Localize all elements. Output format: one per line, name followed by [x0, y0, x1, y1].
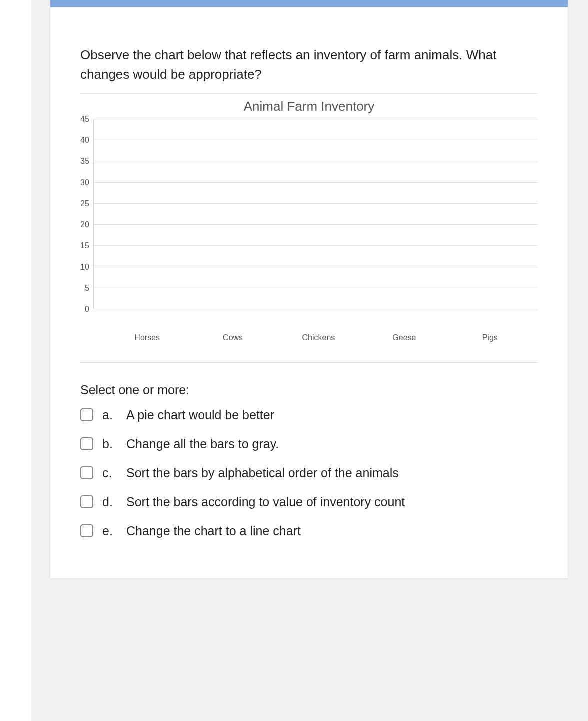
- gridline: [94, 119, 538, 119]
- option-letter: d.: [102, 495, 117, 509]
- checkbox[interactable]: [80, 524, 93, 537]
- divider: [80, 362, 538, 363]
- option-text: Sort the bars according to value of inve…: [126, 495, 405, 509]
- x-label: Geese: [370, 333, 438, 342]
- x-label: Pigs: [456, 333, 524, 342]
- gridline: [94, 224, 538, 225]
- checkbox[interactable]: [80, 495, 93, 508]
- x-label: Chickens: [284, 333, 353, 342]
- gridline: [94, 245, 538, 246]
- bars-group: [94, 119, 538, 309]
- option-c[interactable]: c.Sort the bars by alphabetical order of…: [80, 464, 538, 480]
- gridline: [94, 288, 538, 288]
- option-text: Change all the bars to gray.: [126, 437, 279, 451]
- option-text: Change the chart to a line chart: [126, 524, 301, 538]
- gridline: [94, 203, 538, 204]
- options-list: a.A pie chart would be betterb.Change al…: [80, 406, 538, 538]
- option-text: Sort the bars by alphabetical order of t…: [126, 466, 399, 480]
- option-letter: c.: [102, 466, 117, 480]
- page-left-gutter: [0, 0, 31, 721]
- accent-stripe: [50, 0, 568, 7]
- option-letter: b.: [102, 437, 117, 451]
- option-a[interactable]: a.A pie chart would be better: [80, 406, 538, 422]
- plot-area: [93, 119, 538, 309]
- option-letter: a.: [102, 408, 117, 422]
- gridline: [94, 267, 538, 267]
- option-e[interactable]: e.Change the chart to a line chart: [80, 522, 538, 538]
- question-text: Observe the chart below that reflects an…: [80, 45, 538, 84]
- gridline: [94, 161, 538, 161]
- option-b[interactable]: b.Change all the bars to gray.: [80, 435, 538, 451]
- x-axis: HorsesCowsChickensGeesePigs: [80, 329, 538, 342]
- gridline: [94, 182, 538, 183]
- y-axis: 454035302520151050: [80, 119, 93, 309]
- option-text: A pie chart would be better: [126, 408, 274, 422]
- checkbox[interactable]: [80, 466, 93, 479]
- gridline: [94, 140, 538, 140]
- checkbox[interactable]: [80, 408, 93, 421]
- select-prompt: Select one or more:: [80, 383, 538, 397]
- option-letter: e.: [102, 524, 117, 538]
- gridline: [94, 309, 538, 309]
- chart-container: Animal Farm Inventory 454035302520151050…: [80, 99, 538, 342]
- divider: [80, 93, 538, 94]
- question-card: Observe the chart below that reflects an…: [50, 0, 568, 578]
- x-label: Horses: [113, 333, 181, 342]
- bar-chart: 454035302520151050: [80, 119, 538, 329]
- x-label: Cows: [199, 333, 267, 342]
- checkbox[interactable]: [80, 437, 93, 450]
- chart-title: Animal Farm Inventory: [80, 99, 538, 114]
- option-d[interactable]: d.Sort the bars according to value of in…: [80, 493, 538, 509]
